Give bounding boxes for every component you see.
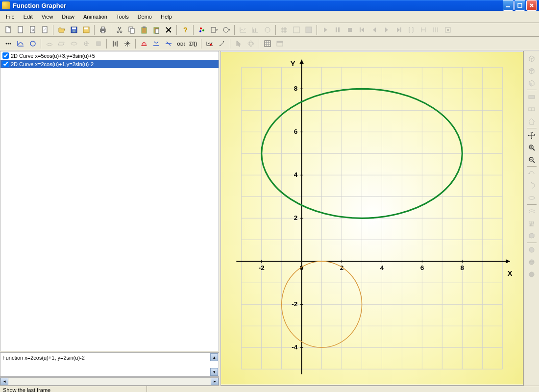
sphere2-button[interactable] (526, 256, 537, 268)
plot-area[interactable]: -202468-4-22468XY (220, 51, 523, 386)
save-button[interactable] (68, 24, 79, 35)
zoom-out-button[interactable] (526, 154, 537, 165)
frame-b-button[interactable] (417, 24, 429, 35)
maximize-button[interactable] (514, 0, 525, 11)
trace-button[interactable] (204, 38, 215, 49)
curve-item-0[interactable]: 2D Curve x=5cos(u)+3,y=3sin(u)+5 (0, 51, 219, 60)
frame-d-button[interactable] (442, 24, 453, 35)
sphere2-icon (528, 258, 536, 266)
curve2d-button[interactable] (15, 38, 26, 49)
window-titlebar: Function Grapher (0, 0, 539, 11)
rot-y-button[interactable] (526, 180, 537, 191)
menu-help[interactable]: Help (157, 12, 176, 21)
scroll-down-button[interactable]: ▾ (210, 368, 218, 376)
fx-button[interactable] (150, 38, 162, 49)
surf3-button[interactable] (68, 38, 79, 49)
measure-button[interactable] (216, 38, 227, 49)
frame-c-button[interactable] (430, 24, 441, 35)
grid2-button[interactable] (291, 24, 302, 35)
cube-side-icon (528, 79, 536, 87)
open-button[interactable] (56, 24, 67, 35)
brick2-button[interactable] (526, 103, 537, 115)
dots-button[interactable] (2, 38, 14, 49)
new-button[interactable] (2, 24, 14, 35)
surf2-button[interactable] (56, 38, 67, 49)
menu-animation[interactable]: Animation (79, 12, 111, 21)
circle2-button[interactable] (27, 38, 38, 49)
pause-button[interactable] (332, 24, 343, 35)
menu-edit[interactable]: Edit (20, 12, 37, 21)
cut-button[interactable] (114, 24, 125, 35)
cube-side-button[interactable] (526, 77, 537, 89)
frame-a-button[interactable] (405, 24, 416, 35)
copy-button[interactable] (126, 24, 137, 35)
circle-button[interactable] (220, 24, 232, 35)
deriv-button[interactable] (163, 38, 174, 49)
house-button[interactable] (526, 116, 537, 127)
grid3-button[interactable] (303, 24, 314, 35)
abs-button[interactable] (109, 38, 121, 49)
close-button[interactable] (526, 0, 537, 11)
scroll-up-button[interactable]: ▴ (210, 353, 218, 361)
surf5-button[interactable] (93, 38, 104, 49)
rot-z-button[interactable] (526, 168, 537, 179)
expand-button[interactable] (122, 38, 133, 49)
cube-wire-button[interactable] (526, 53, 537, 64)
minimize-button[interactable] (503, 0, 514, 11)
window-button[interactable] (274, 38, 285, 49)
grid1-button[interactable] (278, 24, 290, 35)
curve-item-checkbox[interactable] (2, 61, 9, 67)
chart1-button[interactable] (237, 24, 248, 35)
new4-button[interactable] (39, 24, 50, 35)
cursor-button[interactable] (233, 38, 244, 49)
menu-view[interactable]: View (38, 12, 57, 21)
prev-frame-button[interactable] (368, 24, 380, 35)
grid-toggle-button[interactable] (262, 38, 273, 49)
play-button[interactable] (319, 24, 331, 35)
menu-tools[interactable]: Tools (112, 12, 133, 21)
surf1-button[interactable] (44, 38, 55, 49)
paste-button[interactable] (138, 24, 149, 35)
curve-item-checkbox[interactable] (2, 52, 9, 59)
cube-top-button[interactable] (526, 65, 537, 76)
rot-x-button[interactable] (526, 192, 537, 203)
stop-button[interactable] (344, 24, 355, 35)
help-button[interactable]: ? (179, 24, 191, 35)
menu-file[interactable]: File (2, 12, 19, 21)
menu-demo[interactable]: Demo (134, 12, 156, 21)
window-controls (503, 0, 537, 11)
next-frame-button[interactable] (381, 24, 392, 35)
square-button[interactable] (208, 24, 220, 35)
chart2-button[interactable] (249, 24, 261, 35)
chart3-button[interactable] (262, 24, 273, 35)
dots-r-button[interactable] (196, 24, 207, 35)
mesh3-button[interactable] (526, 230, 537, 242)
sphere1-button[interactable] (526, 244, 537, 255)
sphere3-button[interactable] (526, 269, 537, 280)
brick1-button[interactable] (526, 91, 537, 102)
mesh2-button[interactable] (526, 218, 537, 229)
ode-button[interactable]: ODE (175, 38, 186, 49)
horizontal-scrollbar[interactable]: ◂ ▸ (0, 377, 219, 386)
last-frame-button[interactable] (393, 24, 404, 35)
new2-button[interactable] (15, 24, 26, 35)
first-frame-button[interactable] (356, 24, 368, 35)
curve-list[interactable]: 2D Curve x=5cos(u)+3,y=3sin(u)+5 2D Curv… (0, 51, 219, 351)
clipboard-button[interactable] (150, 24, 162, 35)
print-button[interactable] (97, 24, 108, 35)
rotate-button[interactable] (245, 38, 256, 49)
delete-button[interactable] (163, 24, 174, 35)
move-button[interactable] (526, 129, 537, 141)
menu-draw[interactable]: Draw (58, 12, 78, 21)
integral-button[interactable] (138, 38, 149, 49)
curve-item-1[interactable]: 2D Curve x=2cos(u)+1,y=2sin(u)-2 (0, 60, 219, 68)
surf4-button[interactable] (80, 38, 92, 49)
zoom-in-button[interactable] (526, 142, 537, 153)
new3-button[interactable] (27, 24, 38, 35)
save-as-button[interactable] (80, 24, 92, 35)
svg-point-44 (30, 41, 35, 46)
sum-button[interactable]: Σf() (187, 38, 198, 49)
scroll-left-button[interactable]: ◂ (0, 378, 8, 385)
scroll-right-button[interactable]: ▸ (211, 378, 219, 385)
mesh1-button[interactable] (526, 206, 537, 217)
